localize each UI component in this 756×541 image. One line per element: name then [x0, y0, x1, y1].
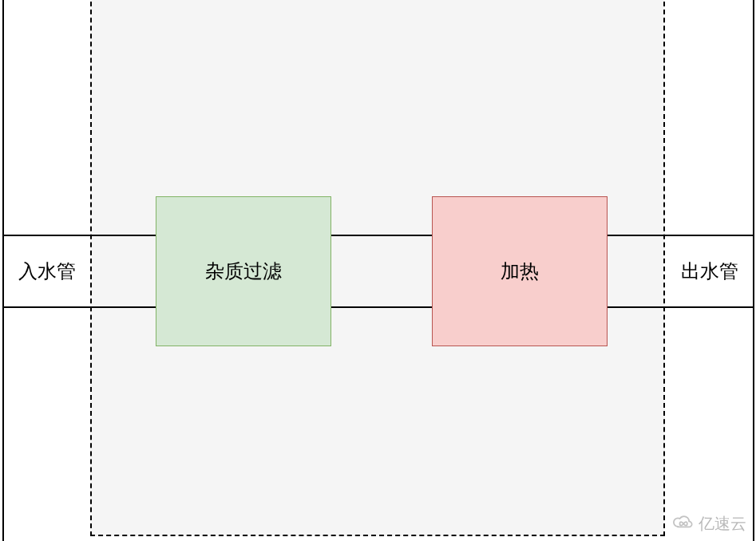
- output-pipe-label: 出水管: [667, 235, 753, 308]
- filter-stage: 杂质过滤: [156, 196, 331, 346]
- heat-stage: 加热: [432, 196, 608, 346]
- heat-stage-label: 加热: [501, 259, 539, 284]
- filter-stage-label: 杂质过滤: [205, 259, 282, 284]
- output-label: 出水管: [681, 259, 738, 284]
- input-pipe-label: 入水管: [4, 235, 90, 308]
- input-label: 入水管: [18, 259, 76, 284]
- diagram-canvas: 入水管 杂质过滤 加热 出水管 亿速云: [0, 0, 756, 541]
- pipe: [2, 235, 754, 308]
